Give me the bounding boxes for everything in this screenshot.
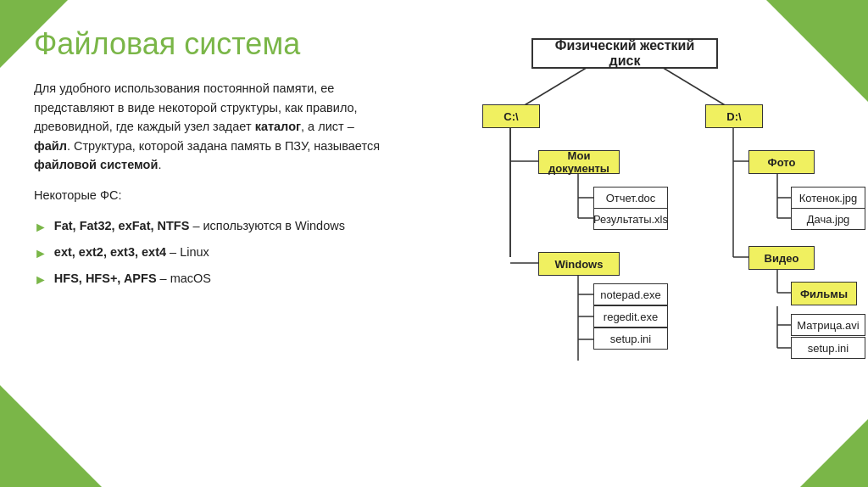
matrica-label: Матрица.avi [797, 319, 859, 332]
windows-box: Windows [538, 252, 620, 276]
list-item-text: Fat, Fat32, exFat, NTFS – используются в… [54, 217, 345, 234]
windows-label: Windows [555, 258, 604, 271]
top-box: Физический жесткий диск [531, 38, 718, 69]
description-text: Для удобного использования постоянной па… [34, 79, 390, 174]
matrica-box: Матрица.avi [791, 314, 865, 336]
right-panel: Физический жесткий диск C:\ D:\ Мои доку… [415, 25, 834, 462]
filmy-label: Фильмы [800, 288, 848, 300]
foto-label: Фото [768, 156, 796, 169]
list-item: ► Fat, Fat32, exFat, NTFS – используются… [34, 217, 390, 237]
bullet-arrow-icon: ► [34, 271, 47, 289]
foto-box: Фото [748, 150, 815, 174]
top-box-label: Физический жесткий диск [538, 38, 711, 69]
notepad-box: notepad.exe [593, 283, 668, 305]
setup-ini-c-label: setup.ini [610, 333, 651, 345]
main-content: Файловая система Для удобного использова… [34, 25, 834, 462]
list-item: ► ext, ext2, ext3, ext4 – Linux [34, 244, 390, 263]
some-fs-label: Некоторые ФС: [34, 188, 390, 202]
moi-doc-label: Мои документы [544, 149, 614, 175]
video-label: Видео [765, 252, 799, 265]
page-title: Файловая система [34, 25, 390, 62]
kotenok-box: Котенок.jpg [791, 187, 865, 209]
rezultaty-label: Результаты.xls [593, 213, 668, 226]
otchet-label: Отчет.doc [606, 192, 656, 204]
kotenok-label: Котенок.jpg [799, 192, 858, 204]
video-box: Видео [748, 246, 815, 270]
bullet-arrow-icon: ► [34, 244, 47, 263]
diagram-lines [447, 30, 803, 437]
d-drive-label: D:\ [726, 110, 741, 123]
filmy-box: Фильмы [791, 282, 857, 305]
notepad-label: notepad.exe [600, 288, 661, 301]
svg-line-0 [523, 66, 589, 106]
otchet-box: Отчет.doc [593, 187, 668, 209]
c-drive-label: C:\ [504, 110, 518, 123]
filesystem-diagram: Физический жесткий диск C:\ D:\ Мои доку… [447, 30, 803, 437]
list-item-text: ext, ext2, ext3, ext4 – Linux [54, 244, 209, 260]
moi-doc-box: Мои документы [538, 150, 620, 174]
setup-ini-d-box: setup.ini [791, 337, 865, 359]
left-panel: Файловая система Для удобного использова… [34, 25, 390, 462]
rezultaty-box: Результаты.xls [593, 208, 668, 230]
list-item-text: HFS, HFS+, APFS – macOS [54, 270, 211, 287]
c-drive-box: C:\ [482, 104, 540, 128]
setup-ini-c-box: setup.ini [593, 327, 668, 350]
bullet-list: ► Fat, Fat32, exFat, NTFS – используются… [34, 217, 390, 290]
dacha-label: Дача.jpg [807, 213, 850, 226]
list-item: ► HFS, HFS+, APFS – macOS [34, 270, 390, 289]
regedit-label: regedit.exe [604, 311, 658, 323]
regedit-box: regedit.exe [593, 305, 668, 327]
dacha-box: Дача.jpg [791, 208, 865, 230]
d-drive-box: D:\ [705, 104, 763, 128]
setup-ini-d-label: setup.ini [808, 342, 849, 355]
svg-line-1 [660, 66, 726, 106]
bullet-arrow-icon: ► [34, 218, 47, 237]
